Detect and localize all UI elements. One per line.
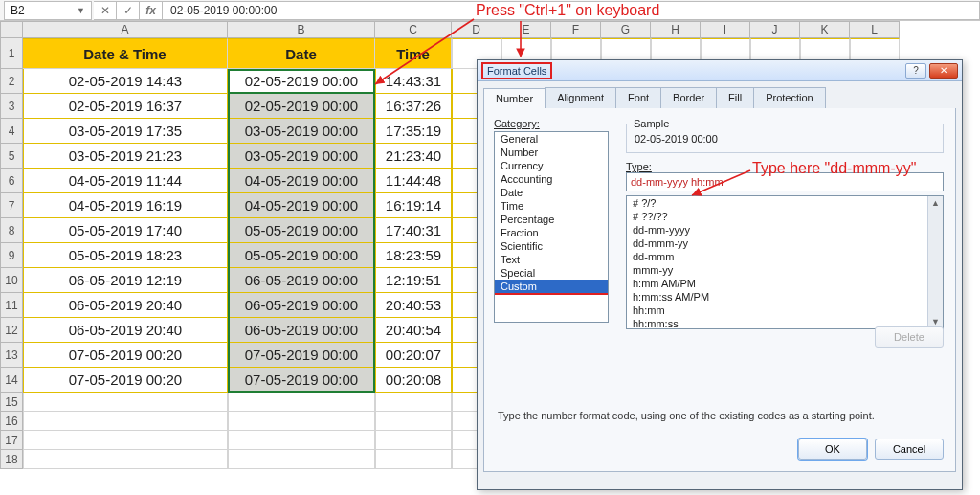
cell-A5[interactable]: 03-05-2019 21:23 xyxy=(23,144,228,169)
cat-date[interactable]: Date xyxy=(495,186,608,199)
fmt-item[interactable]: mmm-yy xyxy=(627,263,943,277)
cell-A12[interactable]: 06-05-2019 20:40 xyxy=(23,318,228,343)
tab-alignment[interactable]: Alignment xyxy=(545,87,616,108)
cell-empty[interactable] xyxy=(375,412,452,431)
col-header-C[interactable]: C xyxy=(375,21,452,38)
tab-number[interactable]: Number xyxy=(483,88,546,109)
col-header-A[interactable]: A xyxy=(23,21,228,38)
cell-empty[interactable] xyxy=(228,412,375,431)
cat-accounting[interactable]: Accounting xyxy=(495,172,608,186)
col-header-K[interactable]: K xyxy=(800,21,850,38)
scrollbar[interactable]: ▲ ▼ xyxy=(927,196,943,328)
cancel-icon[interactable]: ✕ xyxy=(94,1,117,20)
cell-B5[interactable]: 03-05-2019 00:00 xyxy=(228,144,375,169)
cat-text[interactable]: Text xyxy=(495,253,608,266)
row-header-10[interactable]: 10 xyxy=(0,268,23,293)
cell-A3[interactable]: 02-05-2019 16:37 xyxy=(23,94,228,119)
fmt-item[interactable]: dd-mm-yyyy xyxy=(627,223,943,236)
format-list[interactable]: # ?/? # ??/?? dd-mm-yyyy dd-mmm-yy dd-mm… xyxy=(626,195,944,329)
row-header-6[interactable]: 6 xyxy=(0,169,23,193)
tab-border[interactable]: Border xyxy=(660,87,717,108)
cell-C11[interactable]: 20:40:53 xyxy=(375,293,452,318)
cell-B6[interactable]: 04-05-2019 00:00 xyxy=(228,169,375,193)
fmt-item[interactable]: dd-mmm xyxy=(627,250,943,263)
ok-button[interactable]: OK xyxy=(798,439,867,460)
row-header-11[interactable]: 11 xyxy=(0,293,23,318)
cell-empty[interactable] xyxy=(375,450,452,469)
cat-number[interactable]: Number xyxy=(495,146,608,159)
row-header-2[interactable]: 2 xyxy=(0,69,23,94)
row-header-4[interactable]: 4 xyxy=(0,119,23,144)
cell-A10[interactable]: 06-05-2019 12:19 xyxy=(23,268,228,293)
cell-empty[interactable] xyxy=(23,412,228,431)
row-header-16[interactable]: 16 xyxy=(0,412,23,431)
cell-empty[interactable] xyxy=(375,393,452,412)
cell-C2[interactable]: 14:43:31 xyxy=(375,69,452,94)
cell-C5[interactable]: 21:23:40 xyxy=(375,144,452,169)
cell-C7[interactable]: 16:19:14 xyxy=(375,193,452,218)
fmt-item[interactable]: # ?/? xyxy=(627,196,943,210)
tab-fill[interactable]: Fill xyxy=(716,87,754,108)
cell-A6[interactable]: 04-05-2019 11:44 xyxy=(23,169,228,193)
cell-B9[interactable]: 05-05-2019 00:00 xyxy=(228,243,375,268)
tab-font[interactable]: Font xyxy=(615,87,661,108)
cell-C1[interactable]: Time xyxy=(375,38,452,69)
row-header-8[interactable]: 8 xyxy=(0,218,23,243)
col-header-L[interactable]: L xyxy=(850,21,900,38)
cell-empty[interactable] xyxy=(23,393,228,412)
cell-C13[interactable]: 00:20:07 xyxy=(375,343,452,368)
fmt-item[interactable]: hh:mm xyxy=(627,304,943,317)
cell-A13[interactable]: 07-05-2019 00:20 xyxy=(23,343,228,368)
cat-currency[interactable]: Currency xyxy=(495,159,608,172)
cat-percentage[interactable]: Percentage xyxy=(495,213,608,226)
row-header-5[interactable]: 5 xyxy=(0,144,23,169)
cell-empty[interactable] xyxy=(228,431,375,450)
col-header-D[interactable]: D xyxy=(452,21,501,38)
fx-icon[interactable]: fx xyxy=(140,1,163,20)
cell-A2[interactable]: 02-05-2019 14:43 xyxy=(23,69,228,94)
cat-time[interactable]: Time xyxy=(495,199,608,213)
cell-A7[interactable]: 04-05-2019 16:19 xyxy=(23,193,228,218)
cell-empty[interactable] xyxy=(23,431,228,450)
select-all-corner[interactable] xyxy=(0,21,23,38)
cat-general[interactable]: General xyxy=(495,132,608,146)
col-header-B[interactable]: B xyxy=(228,21,375,38)
row-header-18[interactable]: 18 xyxy=(0,450,23,469)
close-icon[interactable]: ✕ xyxy=(929,63,958,79)
confirm-icon[interactable]: ✓ xyxy=(117,1,140,20)
cell-B4[interactable]: 03-05-2019 00:00 xyxy=(228,119,375,144)
row-header-15[interactable]: 15 xyxy=(0,393,23,412)
row-header-14[interactable]: 14 xyxy=(0,368,23,393)
cell-C6[interactable]: 11:44:48 xyxy=(375,169,452,193)
col-header-E[interactable]: E xyxy=(501,21,551,38)
cell-C12[interactable]: 20:40:54 xyxy=(375,318,452,343)
col-header-F[interactable]: F xyxy=(551,21,601,38)
cell-B11[interactable]: 06-05-2019 00:00 xyxy=(228,293,375,318)
cell-empty[interactable] xyxy=(23,450,228,469)
cell-C9[interactable]: 18:23:59 xyxy=(375,243,452,268)
row-header-9[interactable]: 9 xyxy=(0,243,23,268)
help-icon[interactable]: ? xyxy=(905,63,926,79)
chevron-down-icon[interactable]: ▼ xyxy=(77,6,85,15)
col-header-I[interactable]: I xyxy=(701,21,750,38)
cancel-button[interactable]: Cancel xyxy=(875,439,944,460)
chevron-up-icon[interactable]: ▲ xyxy=(931,196,940,210)
cell-A8[interactable]: 05-05-2019 17:40 xyxy=(23,218,228,243)
cell-B1[interactable]: Date xyxy=(228,38,375,69)
cell-B3[interactable]: 02-05-2019 00:00 xyxy=(228,94,375,119)
cell-C14[interactable]: 00:20:08 xyxy=(375,368,452,393)
cell-empty[interactable] xyxy=(228,393,375,412)
col-header-G[interactable]: G xyxy=(601,21,651,38)
col-header-H[interactable]: H xyxy=(651,21,701,38)
cat-custom[interactable]: Custom xyxy=(495,280,608,295)
cell-B12[interactable]: 06-05-2019 00:00 xyxy=(228,318,375,343)
row-header-13[interactable]: 13 xyxy=(0,343,23,368)
col-header-J[interactable]: J xyxy=(750,21,800,38)
name-box[interactable]: B2 ▼ xyxy=(4,1,92,20)
cell-C3[interactable]: 16:37:26 xyxy=(375,94,452,119)
cat-fraction[interactable]: Fraction xyxy=(495,226,608,239)
category-list[interactable]: General Number Currency Accounting Date … xyxy=(494,131,609,323)
cell-B10[interactable]: 06-05-2019 00:00 xyxy=(228,268,375,293)
cell-A4[interactable]: 03-05-2019 17:35 xyxy=(23,119,228,144)
row-header-12[interactable]: 12 xyxy=(0,318,23,343)
